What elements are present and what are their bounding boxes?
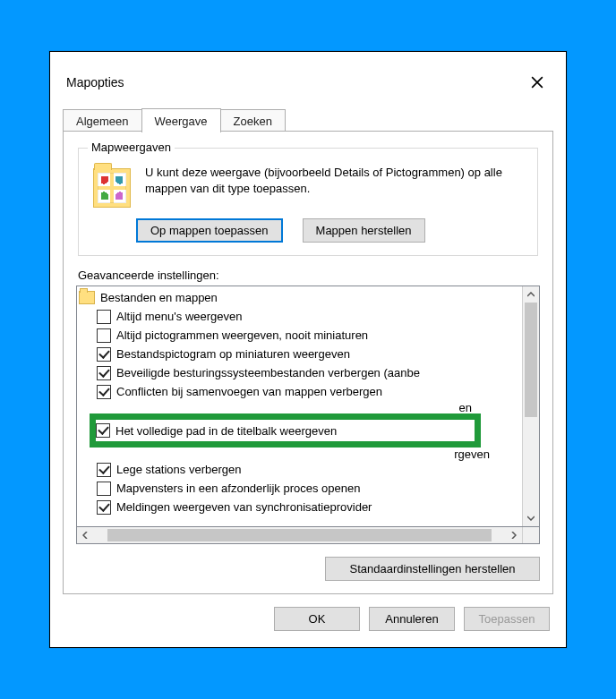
tree-item-partial[interactable]: en (77, 401, 522, 413)
tree-item[interactable]: Mapvensters in een afzonderlijk proces o… (77, 479, 522, 498)
checkbox-unchecked-icon[interactable] (97, 328, 111, 343)
tab-search[interactable]: Zoeken (220, 109, 286, 133)
restore-defaults-button[interactable]: Standaardinstellingen herstellen (325, 557, 540, 581)
horizontal-scrollbar[interactable] (76, 527, 540, 544)
checkbox-checked-icon[interactable] (97, 347, 111, 362)
chevron-left-icon (82, 532, 88, 539)
scroll-track[interactable] (523, 303, 539, 510)
tree-root-label: Bestanden en mappen (100, 291, 218, 304)
tree-item[interactable]: Meldingen weergeven van synchronisatiepr… (77, 498, 522, 516)
dialog-footer: OK Annuleren Toepassen (50, 594, 566, 647)
tree-content: Bestanden en mappen Altijd menu's weerge… (77, 286, 522, 526)
folder-options-dialog: Mapopties Algemeen Weergave Zoeken Mapwe… (49, 51, 567, 648)
tree-item[interactable]: Altijd menu's weergeven (77, 307, 522, 326)
tree-item-label: Beveiligde besturingssysteembestanden ve… (116, 366, 420, 379)
tree-item[interactable]: Beveiligde besturingssysteembestanden ve… (77, 363, 522, 382)
tree-item-label: Conflicten bij samenvoegen van mappen ve… (116, 385, 382, 398)
folder-views-groupbox: Mapweergaven U kunt deze weergave (bijvo… (78, 148, 538, 256)
checkbox-checked-icon[interactable] (97, 385, 111, 399)
tree-item-label: Altijd pictogrammen weergeven, nooit min… (116, 328, 368, 342)
scroll-down-button[interactable] (523, 510, 539, 526)
advanced-settings-tree[interactable]: Bestanden en mappen Altijd menu's weerge… (76, 286, 540, 527)
tree-item-label: Het volledige pad in de titelbalk weerge… (116, 424, 337, 438)
tab-strip: Algemeen Weergave Zoeken (63, 107, 553, 132)
tab-general[interactable]: Algemeen (63, 109, 142, 133)
scroll-up-button[interactable] (523, 286, 539, 303)
tab-view[interactable]: Weergave (141, 108, 221, 132)
tab-panel-view: Mapweergaven U kunt deze weergave (bijvo… (63, 131, 553, 594)
checkbox-unchecked-icon[interactable] (97, 310, 111, 324)
scroll-right-button[interactable] (506, 527, 522, 543)
apply-to-folders-button[interactable]: Op mappen toepassen (136, 218, 283, 243)
tree-item-label: Lege stations verbergen (116, 463, 241, 476)
tree-item[interactable]: Altijd pictogrammen weergeven, nooit min… (77, 326, 522, 345)
close-icon (531, 76, 543, 89)
tree-item[interactable]: Bestandspictogram op miniaturen weergeve… (77, 345, 522, 363)
tree-item-partial[interactable]: rgeven (77, 448, 522, 460)
cancel-button[interactable]: Annuleren (369, 607, 455, 631)
tree-item-label: en (459, 401, 472, 414)
chevron-down-icon (527, 516, 535, 521)
checkbox-checked-icon[interactable] (96, 423, 110, 438)
advanced-settings-label: Geavanceerde instellingen: (78, 269, 540, 282)
tree-item[interactable]: Lege stations verbergen (77, 460, 522, 479)
scroll-thumb[interactable] (525, 303, 537, 417)
tree-item-label: Bestandspictogram op miniaturen weergeve… (116, 347, 350, 361)
tree-item-highlighted[interactable]: Het volledige pad in de titelbalk weerge… (90, 413, 481, 448)
checkbox-checked-icon[interactable] (97, 500, 111, 515)
scroll-left-button[interactable] (77, 527, 93, 543)
groupbox-description: U kunt deze weergave (bijvoorbeeld Detai… (145, 165, 526, 196)
tree-item[interactable]: Conflicten bij samenvoegen van mappen ve… (77, 382, 522, 401)
ok-button[interactable]: OK (274, 607, 360, 631)
tree-item-label: Altijd menu's weergeven (116, 310, 243, 323)
folder-icon (79, 291, 95, 304)
scroll-thumb[interactable] (107, 529, 492, 541)
tree-item-label: rgeven (454, 448, 490, 461)
titlebar: Mapopties (50, 52, 566, 104)
checkbox-checked-icon[interactable] (97, 463, 111, 477)
chevron-up-icon (527, 292, 535, 297)
checkbox-unchecked-icon[interactable] (97, 482, 111, 496)
tree-root-files-folders[interactable]: Bestanden en mappen (77, 288, 522, 307)
tab-area: Algemeen Weergave Zoeken Mapweergaven U … (50, 104, 566, 594)
scroll-track[interactable] (93, 527, 506, 543)
apply-button[interactable]: Toepassen (464, 607, 550, 631)
chevron-right-icon (511, 532, 517, 539)
reset-folders-button[interactable]: Mappen herstellen (303, 218, 425, 243)
tree-item-label: Mapvensters in een afzonderlijk proces o… (116, 482, 360, 495)
tree-item-label: Meldingen weergeven van synchronisatiepr… (116, 500, 372, 514)
vertical-scrollbar[interactable] (522, 286, 539, 526)
checkbox-checked-icon[interactable] (97, 366, 111, 380)
groupbox-legend: Mapweergaven (88, 141, 175, 154)
folder-icon (93, 168, 131, 208)
close-button[interactable] (519, 68, 555, 97)
window-title: Mapopties (66, 75, 124, 90)
scrollbar-corner (522, 527, 539, 543)
